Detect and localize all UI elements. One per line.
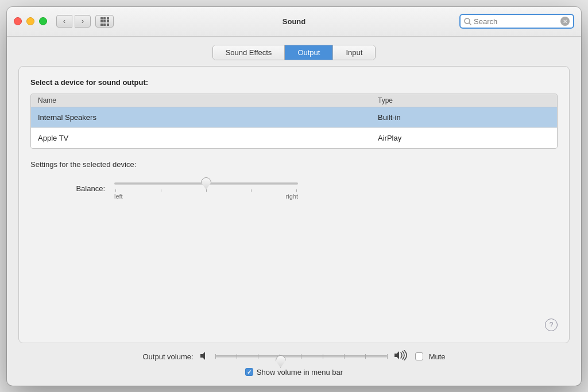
volume-tick — [258, 354, 258, 359]
tab-area: Sound Effects Output Input — [7, 37, 581, 60]
tab-group: Sound Effects Output Input — [212, 45, 376, 60]
content-panel: Select a device for sound output: Name T… — [18, 66, 570, 343]
grid-button[interactable] — [95, 15, 114, 28]
forward-button[interactable]: › — [75, 15, 91, 28]
volume-thumb[interactable] — [276, 355, 286, 368]
slider-labels: left right — [114, 193, 298, 200]
traffic-lights — [14, 17, 47, 25]
col-type-header: Type — [378, 96, 550, 104]
show-volume-label: Show volume in menu bar — [257, 368, 343, 377]
volume-tick — [387, 354, 388, 359]
balance-left-label: left — [114, 193, 123, 200]
volume-tick — [323, 354, 323, 359]
search-input[interactable] — [474, 17, 558, 26]
tick — [251, 189, 252, 192]
device-name: Internal Speakers — [38, 113, 378, 122]
settings-label: Settings for the selected device: — [30, 160, 558, 169]
tab-input[interactable]: Input — [333, 45, 375, 60]
svg-marker-3 — [394, 351, 399, 359]
close-button[interactable] — [14, 17, 22, 25]
tick — [115, 189, 116, 192]
main-window: ‹ › Sound ✕ Sound Effects Output Input — [7, 7, 581, 386]
device-type: AirPlay — [378, 134, 550, 142]
volume-track[interactable] — [215, 355, 388, 358]
tab-sound-effects[interactable]: Sound Effects — [213, 45, 285, 60]
bottom-bar: Output volume: — [7, 343, 581, 386]
col-name-header: Name — [38, 96, 378, 104]
tab-output[interactable]: Output — [285, 45, 333, 60]
show-volume-row: Show volume in menu bar — [245, 368, 343, 377]
volume-high-icon — [393, 350, 409, 363]
volume-tick — [237, 354, 237, 359]
device-type: Built-in — [378, 113, 550, 122]
table-header: Name Type — [31, 94, 557, 107]
tick — [161, 189, 161, 192]
table-row[interactable]: Apple TV AirPlay — [31, 128, 557, 148]
nav-buttons: ‹ › — [56, 15, 91, 28]
volume-tick — [365, 354, 366, 359]
volume-label: Output volume: — [142, 352, 193, 361]
back-button[interactable]: ‹ — [56, 15, 72, 28]
titlebar: ‹ › Sound ✕ — [7, 7, 581, 37]
volume-tick — [301, 354, 301, 359]
help-area: ? — [30, 319, 558, 331]
volume-tick — [215, 354, 216, 359]
svg-line-1 — [469, 23, 471, 25]
section-title: Select a device for sound output: — [30, 78, 558, 87]
maximize-button[interactable] — [39, 17, 47, 25]
mute-checkbox[interactable] — [415, 352, 423, 360]
help-button[interactable]: ? — [545, 319, 558, 331]
grid-icon — [100, 17, 109, 26]
mute-label: Mute — [429, 352, 446, 361]
balance-right-label: right — [286, 193, 298, 200]
volume-tick — [344, 354, 345, 359]
table-row[interactable]: Internal Speakers Built-in — [31, 107, 557, 128]
search-bar: ✕ — [459, 14, 574, 29]
balance-slider[interactable] — [114, 178, 298, 189]
volume-row: Output volume: — [142, 350, 445, 363]
volume-slider-container — [215, 351, 388, 362]
minimize-button[interactable] — [26, 17, 34, 25]
show-volume-checkbox[interactable] — [245, 368, 253, 376]
balance-slider-container: left right — [114, 178, 298, 200]
device-table: Name Type Internal Speakers Built-in App… — [30, 94, 558, 149]
volume-low-icon — [199, 351, 210, 363]
search-icon — [464, 18, 471, 25]
tick — [296, 189, 297, 192]
slider-thumb[interactable] — [201, 177, 211, 190]
balance-label: Balance: — [65, 184, 105, 193]
svg-marker-2 — [200, 352, 205, 360]
volume-ticks — [215, 354, 388, 359]
window-title: Sound — [283, 17, 305, 26]
device-name: Apple TV — [38, 134, 378, 142]
search-clear-button[interactable]: ✕ — [560, 17, 570, 26]
balance-row: Balance: left right — [65, 178, 558, 200]
